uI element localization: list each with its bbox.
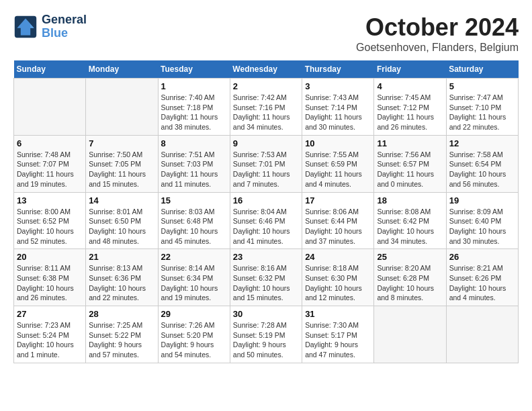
calendar-cell: 16Sunrise: 8:04 AM Sunset: 6:46 PM Dayli…: [230, 192, 302, 249]
day-number: 1: [161, 81, 227, 91]
day-number: 14: [89, 195, 154, 205]
day-info: Sunrise: 8:08 AM Sunset: 6:42 PM Dayligh…: [377, 207, 443, 246]
day-number: 21: [89, 252, 154, 262]
header-day-thursday: Thursday: [302, 60, 374, 79]
week-row-2: 13Sunrise: 8:00 AM Sunset: 6:52 PM Dayli…: [14, 192, 519, 249]
calendar-cell: 15Sunrise: 8:03 AM Sunset: 6:48 PM Dayli…: [158, 192, 230, 249]
header-day-friday: Friday: [374, 60, 446, 79]
calendar-cell: 25Sunrise: 8:20 AM Sunset: 6:28 PM Dayli…: [374, 249, 446, 306]
calendar-cell: 21Sunrise: 8:13 AM Sunset: 6:36 PM Dayli…: [86, 249, 158, 306]
day-info: Sunrise: 7:48 AM Sunset: 7:07 PM Dayligh…: [17, 150, 83, 189]
day-info: Sunrise: 7:58 AM Sunset: 6:54 PM Dayligh…: [449, 150, 515, 189]
day-info: Sunrise: 8:18 AM Sunset: 6:30 PM Dayligh…: [305, 263, 371, 303]
day-info: Sunrise: 7:30 AM Sunset: 5:17 PM Dayligh…: [305, 320, 371, 360]
calendar-cell: 9Sunrise: 7:53 AM Sunset: 7:01 PM Daylig…: [230, 135, 302, 192]
calendar-cell: 5Sunrise: 7:47 AM Sunset: 7:10 PM Daylig…: [446, 79, 518, 136]
day-number: 27: [17, 309, 83, 319]
day-info: Sunrise: 7:53 AM Sunset: 7:01 PM Dayligh…: [233, 150, 299, 189]
calendar-header: SundayMondayTuesdayWednesdayThursdayFrid…: [14, 60, 519, 79]
day-number: 9: [233, 138, 299, 148]
week-row-4: 27Sunrise: 7:23 AM Sunset: 5:24 PM Dayli…: [14, 306, 519, 363]
calendar-cell: 24Sunrise: 8:18 AM Sunset: 6:30 PM Dayli…: [302, 249, 374, 306]
calendar-cell: [374, 306, 446, 363]
day-number: 20: [17, 252, 83, 262]
day-info: Sunrise: 7:55 AM Sunset: 6:59 PM Dayligh…: [305, 150, 371, 189]
calendar-cell: 19Sunrise: 8:09 AM Sunset: 6:40 PM Dayli…: [446, 192, 518, 249]
day-info: Sunrise: 7:56 AM Sunset: 6:57 PM Dayligh…: [377, 150, 443, 189]
calendar-cell: 8Sunrise: 7:51 AM Sunset: 7:03 PM Daylig…: [158, 135, 230, 192]
day-number: 23: [233, 252, 299, 262]
day-info: Sunrise: 7:26 AM Sunset: 5:20 PM Dayligh…: [161, 320, 227, 360]
logo-line2: Blue: [42, 27, 87, 40]
week-row-0: 1Sunrise: 7:40 AM Sunset: 7:18 PM Daylig…: [14, 79, 519, 136]
calendar-cell: 7Sunrise: 7:50 AM Sunset: 7:05 PM Daylig…: [86, 135, 158, 192]
day-number: 18: [377, 195, 443, 205]
calendar-cell: [86, 79, 158, 136]
day-number: 28: [89, 309, 154, 319]
day-number: 15: [161, 195, 227, 205]
day-info: Sunrise: 8:00 AM Sunset: 6:52 PM Dayligh…: [17, 207, 83, 246]
day-number: 31: [305, 309, 371, 319]
header: General Blue October 2024 Goetsenhoven, …: [13, 13, 519, 54]
calendar-cell: 4Sunrise: 7:45 AM Sunset: 7:12 PM Daylig…: [374, 79, 446, 136]
title-area: October 2024 Goetsenhoven, Flanders, Bel…: [356, 13, 519, 54]
day-info: Sunrise: 8:13 AM Sunset: 6:36 PM Dayligh…: [89, 263, 154, 303]
header-day-sunday: Sunday: [14, 60, 86, 79]
logo-text: General Blue: [42, 13, 87, 40]
day-number: 30: [233, 309, 299, 319]
location-title: Goetsenhoven, Flanders, Belgium: [356, 42, 519, 54]
calendar-cell: [14, 79, 86, 136]
day-number: 17: [305, 195, 371, 205]
day-info: Sunrise: 7:43 AM Sunset: 7:14 PM Dayligh…: [305, 93, 371, 132]
day-info: Sunrise: 8:14 AM Sunset: 6:34 PM Dayligh…: [161, 263, 227, 303]
calendar-cell: 2Sunrise: 7:42 AM Sunset: 7:16 PM Daylig…: [230, 79, 302, 136]
day-number: 4: [377, 81, 443, 91]
calendar-cell: 27Sunrise: 7:23 AM Sunset: 5:24 PM Dayli…: [14, 306, 86, 363]
calendar-cell: 3Sunrise: 7:43 AM Sunset: 7:14 PM Daylig…: [302, 79, 374, 136]
calendar-cell: 23Sunrise: 8:16 AM Sunset: 6:32 PM Dayli…: [230, 249, 302, 306]
day-number: 10: [305, 138, 371, 148]
day-info: Sunrise: 7:47 AM Sunset: 7:10 PM Dayligh…: [449, 93, 515, 132]
header-day-wednesday: Wednesday: [230, 60, 302, 79]
calendar-cell: 31Sunrise: 7:30 AM Sunset: 5:17 PM Dayli…: [302, 306, 374, 363]
day-number: 5: [449, 81, 515, 91]
day-number: 3: [305, 81, 371, 91]
header-day-tuesday: Tuesday: [158, 60, 230, 79]
header-row: SundayMondayTuesdayWednesdayThursdayFrid…: [14, 60, 519, 79]
logo-line1: General: [42, 13, 87, 27]
day-number: 16: [233, 195, 299, 205]
week-row-3: 20Sunrise: 8:11 AM Sunset: 6:38 PM Dayli…: [14, 249, 519, 306]
day-info: Sunrise: 8:06 AM Sunset: 6:44 PM Dayligh…: [305, 207, 371, 246]
day-number: 29: [161, 309, 227, 319]
day-number: 26: [449, 252, 515, 262]
day-info: Sunrise: 7:25 AM Sunset: 5:22 PM Dayligh…: [89, 320, 154, 360]
calendar-cell: [446, 306, 518, 363]
day-number: 11: [377, 138, 443, 148]
month-title: October 2024: [356, 13, 519, 42]
day-info: Sunrise: 7:40 AM Sunset: 7:18 PM Dayligh…: [161, 93, 227, 132]
calendar-table: SundayMondayTuesdayWednesdayThursdayFrid…: [13, 60, 519, 363]
day-info: Sunrise: 7:50 AM Sunset: 7:05 PM Dayligh…: [89, 150, 154, 189]
day-info: Sunrise: 8:09 AM Sunset: 6:40 PM Dayligh…: [449, 207, 515, 246]
day-info: Sunrise: 8:11 AM Sunset: 6:38 PM Dayligh…: [17, 263, 83, 303]
calendar-cell: 13Sunrise: 8:00 AM Sunset: 6:52 PM Dayli…: [14, 192, 86, 249]
day-info: Sunrise: 7:42 AM Sunset: 7:16 PM Dayligh…: [233, 93, 299, 132]
day-number: 25: [377, 252, 443, 262]
logo: General Blue: [13, 13, 87, 40]
calendar-cell: 11Sunrise: 7:56 AM Sunset: 6:57 PM Dayli…: [374, 135, 446, 192]
day-info: Sunrise: 8:16 AM Sunset: 6:32 PM Dayligh…: [233, 263, 299, 303]
week-row-1: 6Sunrise: 7:48 AM Sunset: 7:07 PM Daylig…: [14, 135, 519, 192]
calendar-cell: 12Sunrise: 7:58 AM Sunset: 6:54 PM Dayli…: [446, 135, 518, 192]
day-info: Sunrise: 7:23 AM Sunset: 5:24 PM Dayligh…: [17, 320, 83, 360]
day-number: 12: [449, 138, 515, 148]
calendar-cell: 22Sunrise: 8:14 AM Sunset: 6:34 PM Dayli…: [158, 249, 230, 306]
day-info: Sunrise: 8:04 AM Sunset: 6:46 PM Dayligh…: [233, 207, 299, 246]
calendar-cell: 6Sunrise: 7:48 AM Sunset: 7:07 PM Daylig…: [14, 135, 86, 192]
calendar-body: 1Sunrise: 7:40 AM Sunset: 7:18 PM Daylig…: [14, 79, 519, 363]
logo-icon: [13, 15, 38, 39]
day-info: Sunrise: 8:20 AM Sunset: 6:28 PM Dayligh…: [377, 263, 443, 303]
calendar-cell: 10Sunrise: 7:55 AM Sunset: 6:59 PM Dayli…: [302, 135, 374, 192]
day-number: 7: [89, 138, 154, 148]
day-info: Sunrise: 8:21 AM Sunset: 6:26 PM Dayligh…: [449, 263, 515, 303]
header-day-monday: Monday: [86, 60, 158, 79]
